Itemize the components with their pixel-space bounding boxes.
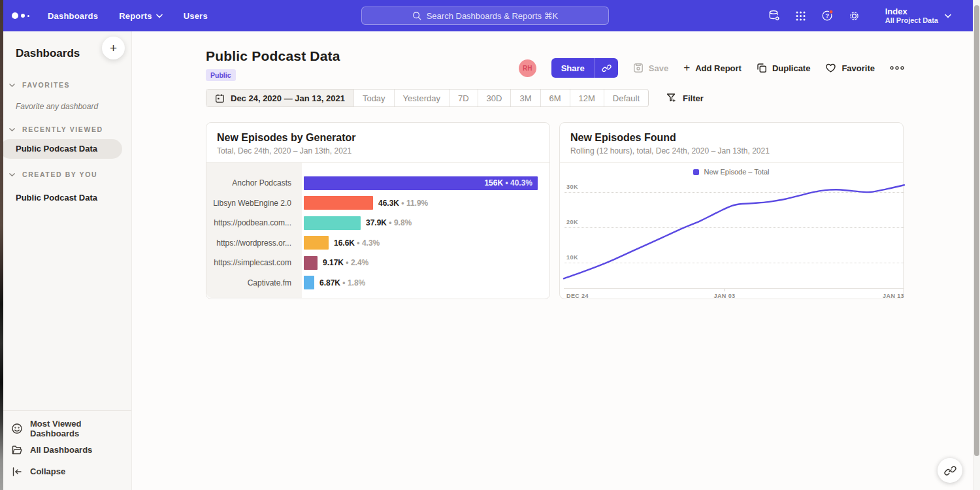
search-input[interactable]: Search Dashboards & Reports ⌘K	[361, 7, 609, 25]
bar[interactable]	[304, 276, 314, 289]
bar[interactable]: 156K • 40.3%	[304, 176, 538, 190]
nav-label: Dashboards	[48, 11, 98, 21]
brand-logo-icon[interactable]	[12, 12, 29, 19]
bar-category-label: https://podbean.com...	[206, 213, 302, 233]
preset-3m[interactable]: 3M	[510, 90, 540, 106]
preset-today[interactable]: Today	[353, 90, 394, 106]
settings-gear-icon[interactable]	[848, 9, 861, 22]
card-new-episodes-by-generator: New Episodes by Generator Total, Dec 24t…	[206, 122, 550, 299]
footer-label: All Dashboards	[30, 445, 92, 455]
main-nav: Dashboards Reports Users	[48, 11, 208, 21]
date-range-picker[interactable]: Dec 24, 2020 — Jan 13, 2021	[206, 90, 353, 106]
scrollbar-thumb[interactable]	[974, 5, 979, 456]
chevron-down-icon	[156, 14, 163, 18]
bar-category-label: Libsyn WebEngine 2.0	[206, 193, 302, 214]
sidebar-item-public-podcast-data[interactable]: Public Podcast Data	[0, 139, 122, 159]
x-axis	[564, 288, 904, 289]
bar[interactable]	[304, 216, 361, 230]
bar-chart: Anchor PodcastsLibsyn WebEngine 2.0https…	[206, 163, 549, 298]
collapse-sidebar-button[interactable]: Collapse	[0, 461, 131, 482]
link-icon	[944, 465, 956, 477]
add-dashboard-button[interactable]: +	[102, 37, 125, 59]
share-link-icon[interactable]	[595, 58, 618, 78]
preset-7d[interactable]: 7D	[449, 90, 478, 106]
date-range-label: Dec 24, 2020 — Jan 13, 2021	[231, 93, 345, 103]
avatar[interactable]: RH	[519, 59, 536, 77]
bar[interactable]	[304, 196, 373, 210]
sidebar-section-favorites[interactable]: FAVORITES	[0, 81, 131, 89]
nav-item-reports[interactable]: Reports	[119, 11, 163, 21]
chevron-down-icon	[945, 14, 951, 18]
bar-value-label: 46.3K • 11.9%	[378, 199, 428, 208]
svg-text:?: ?	[825, 12, 829, 19]
bar-value-label: 156K • 40.3%	[484, 178, 532, 188]
app-window: Dashboards Reports Users Search Dashboar…	[0, 0, 980, 490]
bar-chart-rows: 156K • 40.3%46.3K • 11.9%37.9K • 9.8%16.…	[304, 173, 546, 293]
card-title: New Episodes Found	[570, 132, 892, 144]
bar[interactable]	[304, 256, 318, 270]
most-viewed-dashboards-button[interactable]: Most Viewed Dashboards	[0, 417, 131, 439]
date-range-bar: Dec 24, 2020 — Jan 13, 2021 Today Yester…	[206, 89, 649, 107]
bar-category-label: Captivate.fm	[206, 273, 302, 293]
card-title: New Episodes by Generator	[217, 132, 539, 144]
scrollbar-track[interactable]	[973, 0, 980, 490]
share-label: Share	[551, 58, 595, 78]
apps-grid-icon[interactable]	[794, 9, 808, 22]
favorites-empty-text: Favorite any dashboard	[0, 102, 131, 111]
nav-label: Reports	[119, 11, 152, 21]
favorite-button[interactable]: Favorite	[825, 63, 875, 73]
bar-value-label: 37.9K • 9.8%	[366, 218, 412, 227]
filter-button[interactable]: Filter	[666, 93, 704, 103]
workspace-switcher[interactable]: Index All Project Data	[885, 7, 951, 25]
line-series[interactable]	[564, 178, 904, 289]
nav-item-dashboards[interactable]: Dashboards	[48, 11, 98, 21]
preset-12m[interactable]: 12M	[570, 90, 604, 106]
workspace-scope: All Project Data	[885, 16, 938, 25]
preset-6m[interactable]: 6M	[540, 90, 570, 106]
preset-yesterday[interactable]: Yesterday	[394, 90, 449, 106]
bar-category-label: https://wordpress.or...	[206, 233, 302, 253]
bar-value-label: 16.6K • 4.3%	[334, 238, 380, 248]
sidebar-section-created-by-you[interactable]: CREATED BY YOU	[0, 171, 131, 178]
card-header: New Episodes Found Rolling (12 hours), t…	[560, 123, 903, 163]
section-label: CREATED BY YOU	[22, 171, 97, 178]
preset-30d[interactable]: 30D	[478, 90, 511, 106]
x-tick-label: DEC 24	[566, 293, 589, 299]
preset-default[interactable]: Default	[604, 90, 648, 106]
save-icon	[633, 63, 644, 73]
desktop-edge-strip	[0, 0, 3, 490]
x-axis-tick	[725, 289, 725, 291]
nav-item-users[interactable]: Users	[184, 11, 208, 21]
copy-link-fab[interactable]	[938, 458, 962, 483]
more-options-button[interactable]	[890, 66, 904, 70]
sidebar-item-public-podcast-data-created[interactable]: Public Podcast Data	[0, 193, 131, 203]
data-sources-icon[interactable]	[768, 9, 781, 22]
bar-category-label: https://simplecast.com	[206, 253, 302, 273]
main-content: Public Podcast Data Public RH Share Save	[132, 31, 980, 490]
share-button[interactable]: Share	[551, 58, 618, 78]
search-placeholder: Search Dashboards & Reports ⌘K	[427, 11, 559, 21]
add-report-button[interactable]: + Add Report	[683, 63, 742, 73]
legend-swatch	[693, 169, 699, 175]
bar-row: 9.17K • 2.4%	[304, 253, 546, 273]
sidebar-section-recently-viewed[interactable]: RECENTLY VIEWED	[0, 125, 131, 133]
sidebar-footer: Most Viewed Dashboards All Dashboards Co…	[0, 410, 131, 490]
bar-row: 16.6K • 4.3%	[304, 233, 546, 253]
card-subtitle: Total, Dec 24th, 2020 – Jan 13th, 2021	[217, 146, 539, 155]
favorite-label: Favorite	[841, 63, 875, 73]
duplicate-button[interactable]: Duplicate	[757, 63, 811, 73]
all-dashboards-button[interactable]: All Dashboards	[0, 439, 131, 461]
chevron-down-icon	[9, 172, 15, 178]
save-button[interactable]: Save	[633, 63, 668, 73]
help-icon[interactable]: ?	[821, 9, 834, 22]
add-report-label: Add Report	[695, 63, 742, 73]
bar-value-label: 9.17K • 2.4%	[323, 258, 368, 267]
card-header: New Episodes by Generator Total, Dec 24t…	[206, 123, 549, 163]
collapse-left-icon	[11, 466, 23, 478]
bar[interactable]	[304, 236, 329, 250]
footer-label: Most Viewed Dashboards	[30, 419, 131, 438]
report-cards: New Episodes by Generator Total, Dec 24t…	[206, 122, 904, 299]
filter-label: Filter	[683, 93, 704, 103]
x-tick-label: JAN 13	[883, 293, 904, 299]
nav-label: Users	[184, 11, 208, 21]
